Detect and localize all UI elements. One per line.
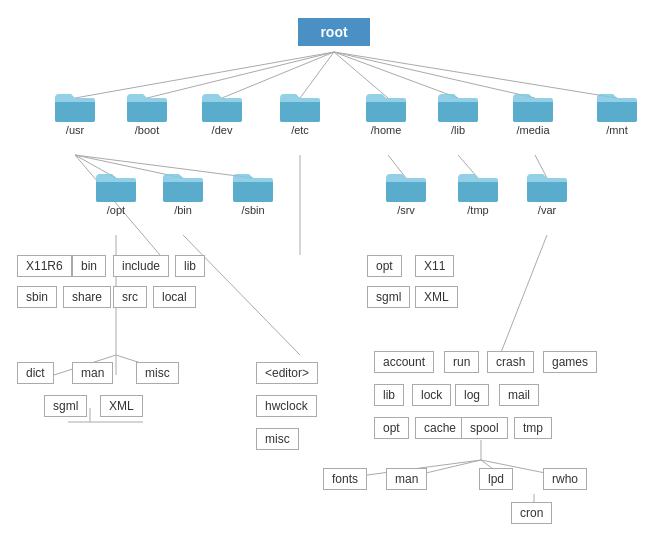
folder-srv: /srv — [384, 168, 428, 216]
folder-lib-label: /lib — [451, 124, 465, 136]
folder-mnt: /mnt — [595, 88, 639, 136]
folder-boot: /boot — [125, 88, 169, 136]
folder-sbin: /sbin — [231, 168, 275, 216]
box-local: local — [153, 286, 196, 308]
folder-boot-label: /boot — [135, 124, 159, 136]
folder-tmp: /tmp — [456, 168, 500, 216]
folder-etc: /etc — [278, 88, 322, 136]
box-mail: mail — [499, 384, 539, 406]
folder-lib: /lib — [436, 88, 480, 136]
box-run: run — [444, 351, 479, 373]
box-dict: dict — [17, 362, 54, 384]
folder-opt: /opt — [94, 168, 138, 216]
folder-mnt-label: /mnt — [606, 124, 627, 136]
box-log: log — [455, 384, 489, 406]
box-misc-opt: misc — [136, 362, 179, 384]
folder-srv-label: /srv — [397, 204, 415, 216]
folder-sbin-label: /sbin — [241, 204, 264, 216]
folder-home: /home — [364, 88, 408, 136]
box-lpd: lpd — [479, 468, 513, 490]
folder-media-label: /media — [516, 124, 549, 136]
box-sgml-opt: sgml — [44, 395, 87, 417]
folder-var: /var — [525, 168, 569, 216]
box-rwho: rwho — [543, 468, 587, 490]
box-sgml-etc: sgml — [367, 286, 410, 308]
box-account: account — [374, 351, 434, 373]
folder-var-label: /var — [538, 204, 556, 216]
box-sbin-usr: sbin — [17, 286, 57, 308]
box-tmp-var: tmp — [514, 417, 552, 439]
box-cron: cron — [511, 502, 552, 524]
folder-dev: /dev — [200, 88, 244, 136]
box-man-opt: man — [72, 362, 113, 384]
box-x11r6: X11R6 — [17, 255, 72, 277]
box-editor: <editor> — [256, 362, 318, 384]
box-src: src — [113, 286, 147, 308]
box-bin-usr: bin — [72, 255, 106, 277]
folder-bin: /bin — [161, 168, 205, 216]
box-opt-etc: opt — [367, 255, 402, 277]
box-include: include — [113, 255, 169, 277]
folder-dev-label: /dev — [212, 124, 233, 136]
box-spool: spool — [461, 417, 508, 439]
folder-opt-label: /opt — [107, 204, 125, 216]
box-man-spool: man — [386, 468, 427, 490]
root-node: root — [298, 18, 370, 46]
box-fonts: fonts — [323, 468, 367, 490]
box-lib-usr: lib — [175, 255, 205, 277]
box-share: share — [63, 286, 111, 308]
folder-usr: /usr — [53, 88, 97, 136]
box-xml-opt: XML — [100, 395, 143, 417]
svg-line-23 — [183, 235, 300, 355]
folder-usr-label: /usr — [66, 124, 84, 136]
folder-media: /media — [511, 88, 555, 136]
box-x11-etc: X11 — [415, 255, 454, 277]
box-lock: lock — [412, 384, 451, 406]
folder-etc-label: /etc — [291, 124, 309, 136]
folder-home-label: /home — [371, 124, 402, 136]
box-hwclock: hwclock — [256, 395, 317, 417]
folder-tmp-label: /tmp — [467, 204, 488, 216]
folder-bin-label: /bin — [174, 204, 192, 216]
box-games: games — [543, 351, 597, 373]
box-crash: crash — [487, 351, 534, 373]
box-lib-var: lib — [374, 384, 404, 406]
svg-line-24 — [500, 235, 547, 355]
box-misc-bin: misc — [256, 428, 299, 450]
box-xml-etc: XML — [415, 286, 458, 308]
box-opt-var: opt — [374, 417, 409, 439]
box-cache: cache — [415, 417, 465, 439]
